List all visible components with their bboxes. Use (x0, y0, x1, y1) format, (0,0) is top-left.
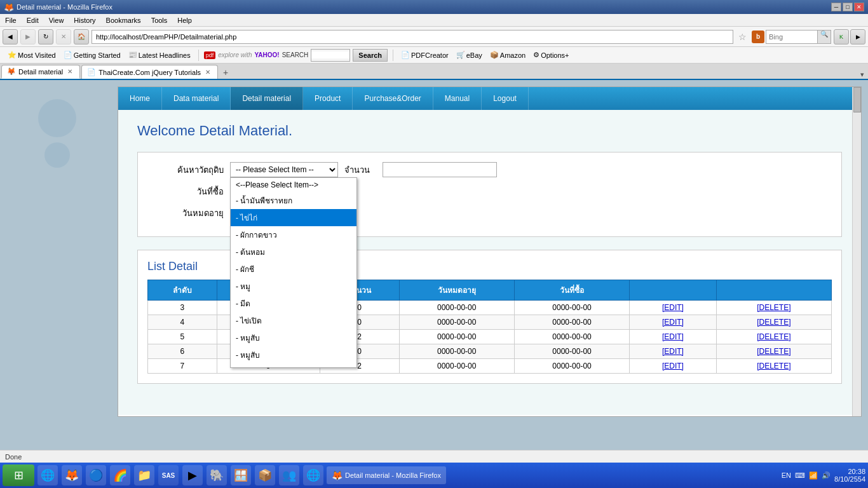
tab-close-button[interactable]: ✕ (65, 67, 74, 76)
nav-purchase-order[interactable]: Purchase&Order (353, 87, 433, 110)
dropdown-item-5[interactable]: - ผักชี (231, 261, 356, 278)
edit-link[interactable]: [EDIT] (662, 332, 684, 341)
cell-edit[interactable]: [EDIT] (630, 315, 717, 330)
tab2-close-button[interactable]: ✕ (203, 68, 212, 77)
sidebar (0, 80, 114, 450)
dropdown-item-8[interactable]: - ไข่เปิด (231, 312, 356, 329)
col-id: ลำดับ (148, 280, 217, 301)
cell-edit[interactable]: [EDIT] (630, 330, 717, 344)
ebay-label: eBay (466, 51, 482, 59)
back-button[interactable]: ◀ (3, 29, 18, 44)
search-form: ค้นหาวัตถุดิบ -- Please Select Item -- <… (137, 152, 842, 237)
dropdown-item-3[interactable]: - ผักกาดขาว (231, 226, 356, 243)
most-visited-bookmark[interactable]: ⭐ Most Visited (5, 50, 58, 60)
bookmark-star-icon[interactable]: ☆ (736, 32, 749, 42)
yahoo-logo: YAHOO! (255, 51, 280, 58)
extra-button[interactable]: ▶ (850, 29, 865, 44)
amount-label: จำนวน (344, 163, 376, 177)
menu-edit[interactable]: Edit (22, 15, 44, 25)
delete-link[interactable]: [DELETE] (757, 303, 790, 312)
yahoo-search-input[interactable] (311, 51, 349, 58)
delete-link[interactable]: [DELETE] (757, 362, 790, 370)
delete-link[interactable]: [DELETE] (757, 347, 790, 356)
bing-icon: b (752, 30, 764, 43)
amazon-button[interactable]: 📦 Amazon (487, 50, 528, 60)
nav-data-material[interactable]: Data material (162, 87, 231, 110)
cell-delete[interactable]: [DELETE] (716, 315, 831, 330)
dropdown-item-11[interactable]: - หมูสับ (231, 363, 356, 368)
cell-edit[interactable]: [EDIT] (630, 359, 717, 374)
bing-search-box[interactable]: 🔍 (766, 30, 831, 44)
menu-help[interactable]: Help (172, 15, 197, 25)
cell-id: 4 (148, 315, 217, 330)
forward-button[interactable]: ▶ (20, 29, 36, 44)
cell-delete[interactable]: [DELETE] (716, 330, 831, 344)
address-input[interactable] (92, 30, 733, 44)
cell-edit[interactable]: [EDIT] (630, 301, 717, 315)
pdf-creator-button[interactable]: 📄 PDFCreator (398, 50, 451, 60)
dropdown-item-6[interactable]: - หมู (231, 278, 356, 295)
bing-search-button[interactable]: 🔍 (817, 30, 831, 43)
menu-bookmarks[interactable]: Bookmarks (101, 15, 146, 25)
dropdown-item-10[interactable]: - หมูสับ (231, 346, 356, 363)
yahoo-search-box[interactable] (311, 49, 350, 62)
sidebar-circle-1 (38, 99, 76, 137)
delete-link[interactable]: [DELETE] (757, 318, 790, 327)
edit-link[interactable]: [EDIT] (662, 318, 684, 327)
nav-product[interactable]: Product (303, 87, 353, 110)
search-label: ค้นหาวัตถุดิบ (147, 163, 224, 177)
getting-started-bookmark[interactable]: 📄 Getting Started (61, 50, 123, 60)
delete-link[interactable]: [DELETE] (757, 332, 790, 341)
menu-history[interactable]: History (69, 15, 100, 25)
pdfforge-logo: pdf (204, 51, 216, 59)
cell-date: 0000-00-00 (514, 330, 629, 344)
ebay-button[interactable]: 🛒 eBay (454, 50, 485, 60)
nav-manual[interactable]: Manual (433, 87, 482, 110)
minimize-button[interactable]: ─ (831, 3, 841, 11)
nav-logout[interactable]: Logout (482, 87, 529, 110)
amount-input[interactable] (383, 162, 497, 177)
bing-search-input[interactable] (766, 33, 817, 41)
latest-headlines-bookmark[interactable]: 📰 Latest Headlines (126, 50, 193, 60)
home-button[interactable]: 🏠 (74, 29, 89, 44)
cell-expire: 0000-00-00 (399, 301, 514, 315)
dropdown-list[interactable]: <--Please Select Item--> - น้ำมันพืชราทย… (230, 177, 357, 368)
date-label: วันที่ซื้อ (147, 185, 224, 198)
yahoo-explore-text: explore with (218, 51, 252, 58)
dropdown-item-1[interactable]: - น้ำมันพืชราทยก (231, 192, 356, 209)
stop-button[interactable]: ✕ (56, 29, 71, 44)
edit-link[interactable]: [EDIT] (662, 362, 684, 370)
tab-detail-material[interactable]: 🦊 Detail material ✕ (1, 65, 80, 79)
maximize-button[interactable]: □ (843, 3, 853, 11)
cell-delete[interactable]: [DELETE] (716, 301, 831, 315)
cell-delete[interactable]: [DELETE] (716, 344, 831, 359)
tab-list-button[interactable]: ▾ (858, 71, 867, 79)
dropdown-item-2[interactable]: - ไข่ไก่ (231, 209, 356, 226)
nav-home[interactable]: Home (118, 87, 162, 110)
menu-tools[interactable]: Tools (146, 15, 173, 25)
dropdown-item-4[interactable]: - ต้นหอม (231, 243, 356, 261)
scrollbar-y[interactable] (852, 87, 861, 416)
menu-file[interactable]: File (0, 15, 22, 25)
new-tab-button[interactable]: + (219, 66, 232, 79)
cell-delete[interactable]: [DELETE] (716, 359, 831, 374)
dropdown-item-placeholder[interactable]: <--Please Select Item--> (231, 178, 356, 192)
menu-view[interactable]: View (44, 15, 69, 25)
cell-id: 6 (148, 344, 217, 359)
kaspersky-button[interactable]: K (834, 29, 849, 44)
edit-link[interactable]: [EDIT] (662, 347, 684, 356)
material-dropdown[interactable]: -- Please Select Item -- (230, 162, 338, 177)
options-button[interactable]: ⚙ Options+ (531, 50, 571, 60)
edit-link[interactable]: [EDIT] (662, 303, 684, 312)
refresh-button[interactable]: ↻ (38, 29, 53, 44)
dropdown-item-9[interactable]: - หมูสับ (231, 329, 356, 346)
cell-edit[interactable]: [EDIT] (630, 344, 717, 359)
scroll-thumb[interactable] (853, 87, 861, 112)
amazon-icon: 📦 (490, 51, 499, 59)
search-button[interactable]: Search (353, 49, 388, 62)
close-button[interactable]: ✕ (854, 3, 864, 11)
dropdown-item-7[interactable]: - มีด (231, 295, 356, 312)
pdf-creator-label: PDFCreator (411, 51, 449, 59)
nav-detail-material[interactable]: Detail material (231, 87, 303, 110)
tab-thaicreate[interactable]: 📄 ThaiCreate.Com jQuery Tutorials ✕ (81, 65, 218, 79)
